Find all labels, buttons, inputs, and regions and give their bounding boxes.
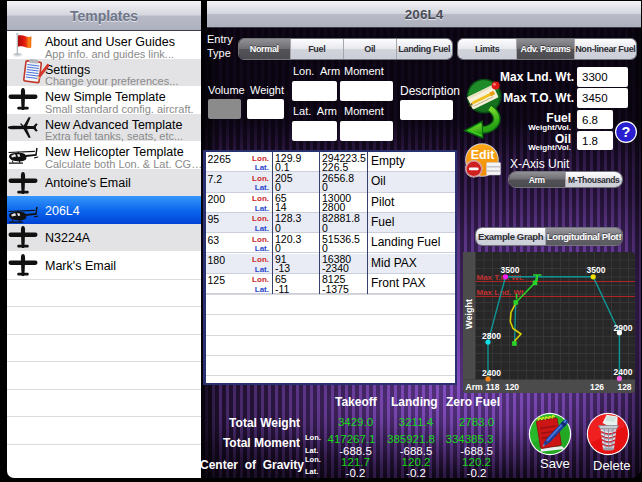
svg-text:Arm: Arm (466, 382, 483, 392)
svg-text:128: 128 (617, 382, 631, 392)
svg-text:118: 118 (486, 382, 500, 392)
svg-text:126: 126 (590, 382, 604, 392)
svg-text:2400: 2400 (482, 368, 501, 378)
svg-text:120: 120 (505, 382, 519, 392)
svg-text:Weight: Weight (464, 299, 474, 329)
svg-text:2800: 2800 (482, 331, 501, 341)
svg-text:2900: 2900 (614, 323, 633, 333)
svg-text:3500: 3500 (587, 265, 606, 275)
svg-text:2400: 2400 (614, 367, 633, 377)
svg-text:Edit: Edit (471, 148, 495, 162)
svg-text:3500: 3500 (501, 265, 520, 275)
svg-text:?: ? (622, 124, 631, 140)
